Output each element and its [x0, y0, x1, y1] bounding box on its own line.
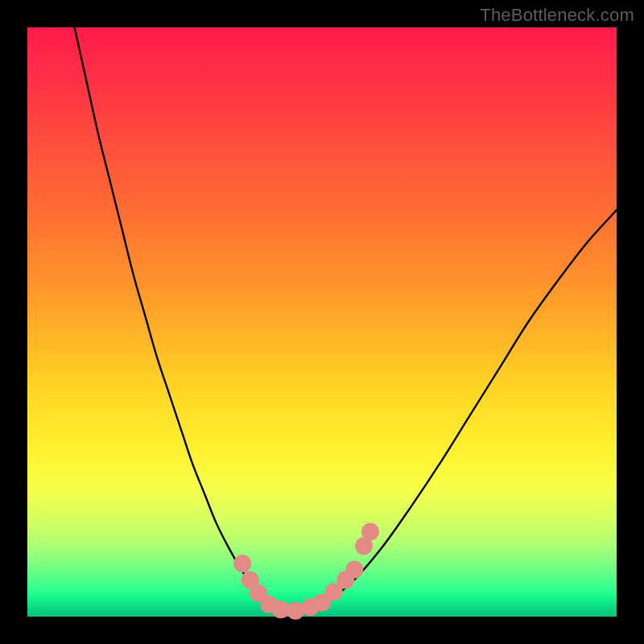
curve-marker [345, 560, 363, 578]
plot-area [27, 27, 617, 617]
curve-marker [233, 555, 251, 572]
marker-group [233, 523, 379, 620]
curve-layer [27, 27, 617, 617]
chart-frame: TheBottleneck.com [0, 0, 644, 644]
bottleneck-curve [75, 27, 617, 611]
watermark-text: TheBottleneck.com [480, 5, 634, 26]
curve-marker [361, 523, 379, 541]
curve-marker [287, 602, 304, 620]
